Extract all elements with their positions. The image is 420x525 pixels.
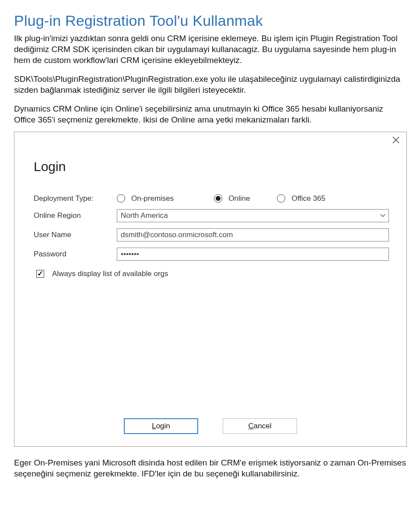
online-region-label: Online Region	[34, 211, 117, 220]
online-region-row: Online Region North America	[34, 209, 389, 222]
radio-icon	[214, 194, 222, 203]
button-text: ancel	[254, 422, 272, 430]
article-paragraph-2: SDK\Tools\PluginRegistration\PluginRegis…	[14, 74, 406, 95]
radio-onpremises[interactable]: On-premises	[117, 194, 174, 203]
password-label: Password	[34, 250, 117, 259]
chevron-down-icon	[380, 214, 386, 218]
dialog-button-bar: Login Cancel	[14, 418, 406, 434]
dialog-title: Login	[14, 132, 406, 174]
article-heading: Plug-in Registration Tool'u Kullanmak	[14, 12, 406, 29]
close-icon[interactable]	[392, 136, 399, 144]
online-region-select[interactable]: North America	[117, 209, 389, 222]
deployment-type-radio-group: On-premises Online Office 365	[117, 194, 326, 203]
login-button[interactable]: Login	[124, 418, 198, 434]
always-display-orgs-checkbox[interactable]	[36, 270, 44, 278]
button-accelerator: L	[152, 422, 156, 430]
username-row: User Name dsmith@contoso.onmicrosoft.com	[34, 228, 389, 242]
radio-label: On-premises	[131, 194, 174, 203]
button-accelerator: C	[248, 422, 254, 430]
password-input[interactable]: •••••••	[117, 248, 389, 261]
radio-online[interactable]: Online	[214, 194, 250, 203]
article-paragraph-1: Ilk plug-in'imizi yazdıktan sonra geldi …	[14, 33, 406, 66]
radio-icon	[277, 194, 285, 203]
username-label: User Name	[34, 231, 117, 239]
cancel-button[interactable]: Cancel	[223, 418, 297, 434]
article-paragraph-4: Eger On-Premises yani Microsoft disinda …	[14, 457, 406, 479]
checkbox-label: Always display list of available orgs	[52, 270, 168, 278]
password-row: Password •••••••	[34, 248, 389, 261]
radio-label: Online	[228, 194, 250, 203]
deployment-type-label: Deployment Type:	[34, 194, 117, 203]
deployment-type-row: Deployment Type: On-premises Online Offi…	[34, 194, 389, 203]
button-text: ogin	[156, 422, 170, 430]
radio-icon	[117, 194, 125, 203]
select-value: North America	[121, 211, 168, 220]
login-dialog: Login Deployment Type: On-premises Onlin…	[14, 132, 407, 447]
radio-office365[interactable]: Office 365	[277, 194, 325, 203]
radio-label: Office 365	[291, 194, 325, 203]
article-paragraph-3: Dynamics CRM Online için Online'i seçebi…	[14, 103, 406, 125]
always-display-orgs-checkbox-row: Always display list of available orgs	[36, 270, 389, 278]
username-input[interactable]: dsmith@contoso.onmicrosoft.com	[117, 228, 389, 242]
